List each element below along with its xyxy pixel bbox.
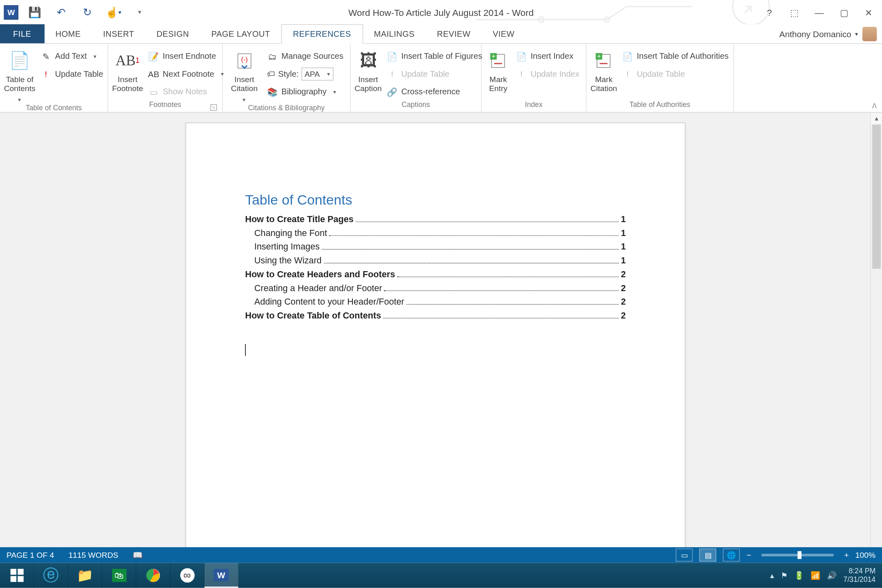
tab-design[interactable]: DESIGN: [145, 24, 200, 43]
vertical-scrollbar[interactable]: ▲ ▼: [870, 113, 882, 563]
toc-leader: [384, 285, 619, 291]
ribbon: 📄 Table of Contents ▾ ✎Add Text !Update …: [0, 44, 882, 113]
tab-view[interactable]: VIEW: [481, 24, 526, 43]
zoom-level[interactable]: 100%: [855, 550, 875, 559]
insert-endnote-button[interactable]: 📝Insert Endnote: [146, 49, 227, 65]
tab-home[interactable]: HOME: [45, 24, 92, 43]
toc-leader: [323, 258, 619, 263]
cross-reference-button[interactable]: 🔗Cross-reference: [384, 84, 485, 100]
tray-wifi-icon[interactable]: 📶: [811, 571, 820, 580]
taskbar-ie[interactable]: ⓔ: [34, 563, 68, 588]
toc-entry[interactable]: How to Create Table of Contents2: [245, 311, 626, 321]
window-title: Word How-To Article July August 2014 - W…: [348, 7, 534, 18]
cross-ref-icon: 🔗: [387, 87, 397, 97]
insert-table-of-figures-button[interactable]: 📄Insert Table of Figures: [384, 49, 485, 65]
update-index-button[interactable]: !Update Index: [514, 66, 582, 82]
style-label: Style:: [278, 69, 298, 78]
web-layout-button[interactable]: 🌐: [723, 548, 740, 561]
help-button[interactable]: ?: [760, 4, 779, 20]
qat-customize-button[interactable]: ▾: [130, 2, 149, 22]
manage-sources-button[interactable]: 🗂Manage Sources: [265, 49, 346, 65]
toc-leader: [383, 313, 619, 318]
insert-caption-button[interactable]: 🖼 Insert Caption: [354, 46, 381, 94]
zoom-slider[interactable]: [762, 554, 834, 556]
next-footnote-button[interactable]: ABNext Footnote: [146, 66, 227, 82]
close-button[interactable]: ✕: [860, 4, 878, 20]
tab-file[interactable]: FILE: [0, 24, 45, 43]
group-table-of-authorities: + Mark Citation 📄Insert Table of Authori…: [586, 44, 734, 112]
touch-mode-button[interactable]: ☝▾: [104, 2, 123, 22]
footnotes-dialog-launcher[interactable]: ↘: [210, 104, 217, 111]
scroll-thumb[interactable]: [872, 125, 881, 269]
toc-entry-page: 1: [621, 242, 626, 252]
redo-button[interactable]: ↻: [77, 2, 97, 22]
taskbar-app[interactable]: ∞: [170, 563, 204, 588]
table-of-contents-button[interactable]: 📄 Table of Contents ▾: [4, 46, 36, 103]
scroll-up-button[interactable]: ▲: [871, 113, 882, 125]
tray-flag-icon[interactable]: ⚑: [781, 571, 788, 580]
tray-battery-icon[interactable]: 🔋: [794, 571, 804, 580]
document-page[interactable]: Table of Contents How to Create Title Pa…: [185, 122, 686, 563]
system-tray[interactable]: ▴ ⚑ 🔋 📶 🔊: [770, 571, 837, 580]
svg-rect-15: [10, 576, 16, 582]
add-text-icon: ✎: [41, 51, 51, 62]
text-cursor: [245, 344, 246, 356]
toc-entry[interactable]: Adding Content to your Header/Footer2: [245, 297, 626, 307]
user-account[interactable]: Anthony Domanico ▾: [779, 27, 877, 41]
zoom-in-button[interactable]: +: [844, 550, 849, 559]
taskbar-store[interactable]: 🛍: [102, 563, 136, 588]
toc-entry[interactable]: Creating a Header and/or Footer2: [245, 283, 626, 293]
citation-style-select[interactable]: APA: [301, 67, 334, 80]
bibliography-button[interactable]: 📚Bibliography: [265, 84, 346, 100]
insert-citation-button[interactable]: (-) Insert Citation ▾: [227, 46, 262, 103]
toc-entry[interactable]: How to Create Title Pages1: [245, 214, 626, 224]
tab-insert[interactable]: INSERT: [92, 24, 145, 43]
save-button[interactable]: 💾: [25, 2, 45, 22]
toc-entry[interactable]: Inserting Images1: [245, 242, 626, 252]
minimize-button[interactable]: —: [810, 4, 829, 20]
toc-entry-text: Inserting Images: [254, 242, 320, 252]
spell-check-icon[interactable]: 📖: [133, 550, 143, 559]
toc-entry-text: Creating a Header and/or Footer: [254, 283, 382, 293]
toc-entry-page: 2: [621, 297, 626, 307]
update-table-button[interactable]: !Update Table: [38, 66, 106, 82]
insert-toa-button[interactable]: 📄Insert Table of Authorities: [620, 49, 731, 65]
zoom-out-button[interactable]: −: [746, 550, 751, 559]
taskbar-explorer[interactable]: 📁: [68, 563, 102, 588]
show-notes-button[interactable]: ▭Show Notes: [146, 84, 227, 100]
insert-footnote-button[interactable]: AB1 Insert Footnote: [112, 46, 143, 94]
tab-references[interactable]: REFERENCES: [281, 24, 363, 44]
update-tof-icon: !: [387, 69, 397, 80]
mark-citation-button[interactable]: + Mark Citation: [590, 46, 617, 94]
word-count[interactable]: 1115 WORDS: [69, 550, 118, 559]
taskbar-word[interactable]: W: [205, 563, 238, 588]
toc-entry[interactable]: How to Create Headers and Footers2: [245, 270, 626, 279]
tab-page-layout[interactable]: PAGE LAYOUT: [200, 24, 281, 43]
update-tof-button[interactable]: !Update Table: [384, 66, 485, 82]
undo-button[interactable]: ↶: [51, 2, 71, 22]
update-toa-button[interactable]: !Update Table: [620, 66, 731, 82]
toc-entry[interactable]: Changing the Font1: [245, 228, 626, 238]
toc-leader: [397, 271, 619, 277]
tray-chevron-icon[interactable]: ▴: [770, 571, 774, 580]
tray-volume-icon[interactable]: 🔊: [827, 571, 837, 580]
tab-mailings[interactable]: MAILINGS: [363, 24, 425, 43]
maximize-button[interactable]: ▢: [835, 4, 853, 20]
toc-entry-page: 1: [621, 214, 626, 224]
ribbon-display-button[interactable]: ⬚: [785, 4, 804, 20]
toc-entry[interactable]: Using the Wizard1: [245, 256, 626, 265]
collapse-ribbon-button[interactable]: ᐱ: [872, 102, 877, 109]
taskbar-chrome[interactable]: [136, 563, 170, 588]
print-layout-button[interactable]: ▤: [699, 548, 717, 561]
tab-review[interactable]: REVIEW: [426, 24, 482, 43]
read-mode-button[interactable]: ▭: [676, 548, 693, 561]
toc-heading: Table of Contents: [245, 192, 626, 208]
start-button[interactable]: [0, 563, 34, 588]
taskbar-clock[interactable]: 8:24 PM 7/31/2014: [844, 567, 876, 584]
mark-entry-button[interactable]: + Mark Entry: [486, 46, 511, 94]
page-indicator[interactable]: PAGE 1 OF 4: [7, 550, 54, 559]
group-label: Citations & Bibliography: [227, 103, 346, 112]
add-text-button[interactable]: ✎Add Text: [38, 49, 106, 65]
insert-index-button[interactable]: 📄Insert Index: [514, 49, 582, 65]
toa-icon: 📄: [622, 51, 633, 62]
